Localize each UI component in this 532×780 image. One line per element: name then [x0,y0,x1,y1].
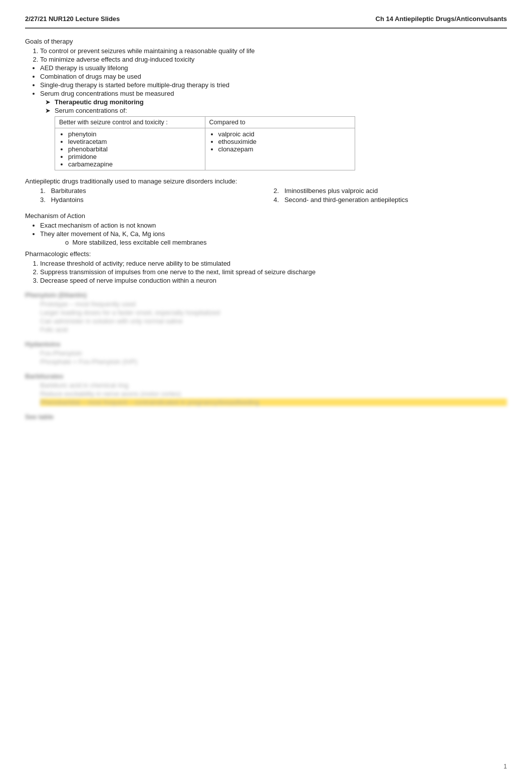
drug-num-1: 1. [40,187,46,194]
pharm-list: Increase threshold of activity; reduce n… [40,260,507,284]
table-col2-item-2: ethosuximide [218,138,351,145]
drug-item-2: 2. Iminostilbenes plus valproic acid [274,187,507,194]
blurred3-line-2: Reduce excitability in nerve axons (moto… [40,390,507,398]
drug-item-4: 4. Second- and third-generation antiepil… [274,196,507,204]
arrow-label-1: Therapeutic drug monitoring [55,98,507,106]
blurred1-line-4: Folic acid [40,326,507,333]
pharm-item-1: Increase threshold of activity; reduce n… [40,260,507,267]
drug-item-3: 3. Hydantoins [40,196,274,204]
blurred3-line-3: Phenobarbital – most frequent – contrain… [40,399,507,406]
moa-sub-text: More stabilized, less excitable cell mem… [72,239,206,246]
moa-bullet-1: Exact mechanism of action is not known [40,222,507,229]
arrow-icon-1: ➤ [45,98,51,106]
drug-num-3: 3. [40,196,46,204]
table-col1-item-2: phenobarbital [68,145,118,153]
moa-sub: o More stabilized, less excitable cell m… [65,239,507,246]
arrow-label-2: Serum concentrations of: [55,107,127,114]
moa-bullets: Exact mechanism of action is not known T… [40,222,507,238]
goals-bullet-item-1: AED therapy is usually lifelong [40,64,507,72]
table-col1-header: Better with seizure control and toxicity… [55,117,205,128]
drug-text-3: Hydantoins [51,196,84,204]
table-col1-item-3: levetiracetam [68,138,128,145]
blurred-section-3: Barbiturates Barbituric acid in chemical… [25,372,507,406]
goals-numbered-item-1: To control or prevent seizures while mai… [40,47,507,55]
blurred1-line-3: Can administer in solution with only nor… [40,317,507,325]
drug-item-1: 1. Barbiturates [40,187,274,194]
drug-list-col-left: 1. Barbiturates 3. Hydantoins [40,187,274,205]
blurred-section-2: Hydantoins Fos-Phenytoin Phosphate = Fos… [25,340,507,365]
drug-list: 1. Barbiturates 3. Hydantoins 2. Iminost… [40,187,507,205]
moa-sub-o: o [65,239,72,246]
moa-title: Mechanism of Action [25,212,507,220]
blurred1-line-2: Larger loading doses for a faster onset,… [40,309,507,316]
drug-text-1: Barbiturates [51,187,86,194]
blurred1-title: Phenytoin (Dilantin) [25,291,507,299]
arrow-content-2: Serum concentrations of: Better with sei… [55,107,507,170]
drug-list-col-right: 2. Iminostilbenes plus valproic acid 4. … [274,187,507,205]
table-col2: Compared to valproic acid ethosuximide c… [205,117,355,170]
table-col1: Better with seizure control and toxicity… [55,117,205,170]
goals-bullet-item-2: Combination of drugs may be used [40,73,507,80]
pharm-item-3: Decrease speed of nerve impulse conducti… [40,277,507,284]
goals-numbered-item-2: To minimize adverse effects and drug-ind… [40,56,507,63]
arrow-icon-2: ➤ [45,107,51,114]
table-col2-header: Compared to [205,117,355,128]
header: 2/27/21 NUR120 Lecture Slides Ch 14 Anti… [25,15,507,29]
blurred2-line-2: Phosphate = Fos-Phenytoin (IVP) [40,358,507,365]
drug-num-2: 2. [274,187,279,194]
header-left: 2/27/21 NUR120 Lecture Slides [25,15,120,23]
pharm-title: Pharmacologic effects: [25,250,507,258]
blurred2-title: Hydantoins [25,340,507,348]
drug-text-4: Second- and third-generation antiepilept… [285,196,408,204]
goals-bullet-item-4: Serum drug concentrations must be measur… [40,90,507,97]
arrow-item-2: ➤ Serum concentrations of: Better with s… [45,107,507,170]
table-col1-item-5: carbamezapine [68,160,118,168]
blurred1-line-1: Prototype – most frequently used [40,300,507,308]
page: 2/27/21 NUR120 Lecture Slides Ch 14 Anti… [0,0,532,780]
header-right: Ch 14 Antiepileptic Drugs/Anticonvulsant… [376,15,507,23]
goals-bullet-item-3: Single-drug therapy is started before mu… [40,81,507,89]
blurred3-title: Barbiturates [25,372,507,380]
blurred2-line-1: Fos-Phenytoin [40,349,507,357]
table-col1-item-4: primidone [68,153,128,160]
blurred-section-1: Phenytoin (Dilantin) Prototype – most fr… [25,291,507,333]
serum-table: Better with seizure control and toxicity… [55,116,355,170]
drug-num-4: 4. [274,196,279,204]
table-col2-item-1: valproic acid [218,130,351,138]
goals-numbered-list: To control or prevent seizures while mai… [40,47,507,63]
table-col1-item-1: phenytoin [68,130,118,138]
pharm-item-2: Suppress transmission of impulses from o… [40,268,507,276]
goals-title: Goals of therapy [25,38,507,45]
blurred-section-4: See table [25,413,507,421]
table-col2-item-3: clonazepam [218,145,351,153]
antiepileptic-intro: Antiepileptic drugs traditionally used t… [25,177,507,185]
page-number: 1 [503,763,507,770]
blurred4-title: See table [25,413,507,421]
table-col2-items: valproic acid ethosuximide clonazepam [205,128,355,155]
arrow-item-1: ➤ Therapeutic drug monitoring [45,98,507,106]
drug-text-2: Iminostilbenes plus valproic acid [285,187,378,194]
moa-bullet-2: They alter movement of Na, K, Ca, Mg ion… [40,230,507,238]
goals-bullet-list: AED therapy is usually lifelong Combinat… [40,64,507,97]
table-col1-items: phenytoin levetiracetam phenobarbital pr… [55,128,205,170]
blurred3-line-1: Barbituric acid in chemical ring [40,381,507,389]
